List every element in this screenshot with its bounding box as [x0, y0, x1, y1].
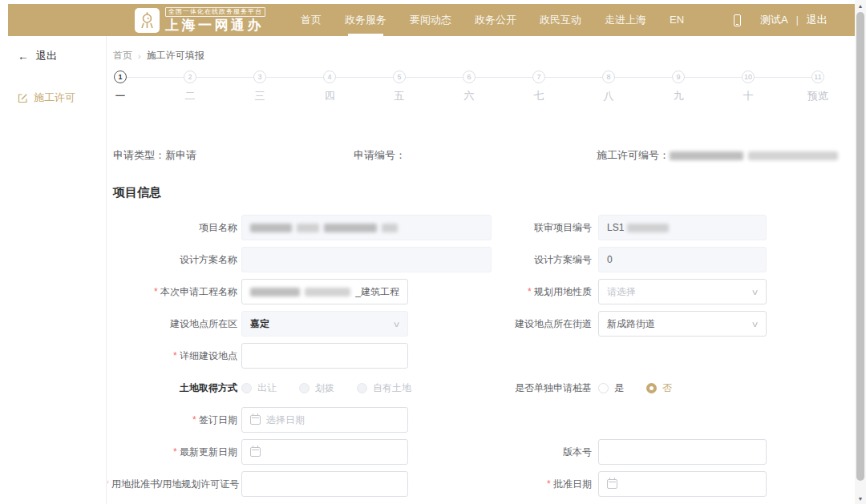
user-name[interactable]: 测试A [760, 13, 788, 27]
pile-alone-label: 是否单独申请桩基 [414, 372, 592, 404]
stepper-step-10[interactable]: 10 十 [742, 71, 811, 103]
scrollbar: ▲ ▼ [855, 0, 866, 504]
form-row: 建设地点所在区 嘉定 ∨ 建设地点所在街道 新成路街道 ∨ [113, 308, 855, 340]
nav-item-3[interactable]: 政务公开 [475, 4, 516, 36]
radio-label: 自有土地 [373, 381, 411, 395]
step-connector [545, 77, 602, 78]
nav-item-5[interactable]: 走进上海 [605, 4, 646, 36]
land-acquire-label: 土地取得方式 [107, 372, 237, 404]
stepper-step-8[interactable]: 8 八 [602, 71, 672, 103]
nav-item-4[interactable]: 政民互动 [540, 4, 581, 36]
approve-date-picker[interactable] [598, 471, 767, 497]
step-circle[interactable]: 1 [114, 71, 127, 83]
pile-alone-radio-group: 是 否 [598, 372, 672, 404]
stepper-step-3[interactable]: 3 三 [253, 71, 323, 103]
sidebar-back-label: 退出 [36, 49, 57, 63]
detail-address-input[interactable] [241, 343, 408, 369]
update-date-picker[interactable] [241, 439, 408, 465]
calendar-icon [607, 479, 617, 489]
step-number: 11 [814, 73, 821, 81]
form-row: 用地批准书/用地规划许可证号 批准日期 [113, 468, 855, 500]
design-plan-no-label: 设计方案编号 [414, 244, 592, 276]
street-label: 建设地点所在街道 [414, 308, 592, 340]
radio-label: 出让 [257, 381, 277, 395]
land-permit-no-input[interactable] [241, 471, 408, 497]
step-circle[interactable]: 11 [811, 71, 824, 83]
work-name-label: 本次申请工程名称 [107, 276, 237, 308]
mobile-phone-icon[interactable] [734, 14, 741, 26]
radio-icon [357, 383, 367, 393]
step-circle[interactable]: 10 [742, 71, 755, 83]
district-select: 嘉定 ∨ [241, 311, 408, 337]
design-plan-name-label: 设计方案名称 [107, 244, 237, 276]
calendar-icon [250, 447, 261, 457]
detail-address-label: 详细建设地点 [107, 340, 237, 372]
joint-review-no-label: 联审项目编号 [414, 212, 592, 244]
brand-title: 上海一网通办 [165, 18, 265, 33]
step-circle[interactable]: 8 [602, 71, 615, 83]
step-circle[interactable]: 7 [532, 71, 545, 83]
joint-review-no-input: LS1 [598, 215, 767, 240]
step-connector [127, 77, 184, 78]
sidebar-item-label: 施工许可 [34, 91, 75, 105]
sidebar-back-button[interactable]: ← 退出 [18, 49, 106, 63]
user-area: 测试A | 退出 [734, 13, 828, 27]
breadcrumb-home[interactable]: 首页 [113, 49, 132, 62]
scrollbar-thumb[interactable] [856, 12, 864, 481]
permit-no: 施工许可编号： [597, 148, 843, 163]
radio-icon [241, 383, 252, 393]
chevron-down-icon: ∨ [751, 288, 759, 296]
stepper-step-1[interactable]: 1 一 [114, 71, 184, 103]
radio-zi-you-tu-di: 自有土地 [357, 381, 411, 395]
nav-item-2[interactable]: 要闻动态 [410, 4, 451, 36]
work-name-input[interactable]: _建筑工程 [241, 279, 408, 304]
step-circle[interactable]: 2 [184, 71, 196, 83]
nav-item-0[interactable]: 首页 [301, 4, 322, 36]
brand-logo[interactable]: 全国一体化在线政务服务平台 上海一网通办 [135, 7, 265, 33]
stepper-step-2[interactable]: 2 二 [184, 71, 253, 103]
stepper-step-11[interactable]: 11 预览 [811, 71, 824, 103]
radio-yes[interactable]: 是 [598, 381, 624, 395]
top-nav: 首页政务服务要闻动态政务公开政民互动走进上海EN [301, 4, 684, 36]
sign-date-picker[interactable]: 选择日期 [241, 407, 408, 433]
stepper-step-7[interactable]: 7 七 [532, 71, 602, 103]
step-label: 二 [184, 89, 196, 103]
sidebar-item-construction-permit[interactable]: 施工许可 [18, 91, 106, 105]
apply-no-label: 申请编号： [354, 148, 406, 163]
approve-date-label: 批准日期 [414, 468, 592, 500]
step-circle[interactable]: 5 [393, 71, 406, 83]
street-select[interactable]: 新成路街道 ∨ [598, 311, 767, 337]
land-acquire-radio-group: 出让 划拨 自有土地 [241, 372, 411, 404]
district-label: 建设地点所在区 [107, 308, 237, 340]
project-name-label: 项目名称 [107, 212, 237, 244]
radio-no[interactable]: 否 [646, 381, 672, 395]
stepper-step-5[interactable]: 5 五 [393, 71, 463, 103]
project-info-form: 项目名称 联审项目编号 LS1 设计方案名称 设计方案编号 0 [113, 212, 855, 500]
land-use-nature-select[interactable]: 请选择 ∨ [598, 279, 767, 304]
step-label: 预览 [811, 89, 824, 103]
step-circle[interactable]: 6 [463, 71, 475, 83]
version-no-input[interactable] [598, 439, 767, 465]
version-no-label: 版本号 [414, 436, 592, 468]
logout-link[interactable]: 退出 [807, 13, 828, 27]
form-row: 土地取得方式 出让 划拨 自有土地 是否单独申请桩基 [113, 372, 855, 404]
step-circle[interactable]: 9 [672, 71, 685, 83]
step-circle[interactable]: 4 [323, 71, 336, 83]
stepper-step-9[interactable]: 9 九 [672, 71, 742, 103]
radio-chu-rang: 出让 [241, 381, 277, 395]
nav-item-1[interactable]: 政务服务 [345, 4, 386, 36]
step-label: 九 [672, 89, 685, 103]
step-number: 8 [606, 73, 610, 81]
stepper-step-4[interactable]: 4 四 [323, 71, 393, 103]
scrollbar-up-arrow[interactable]: ▲ [855, 0, 866, 11]
section-title-project-info: 项目信息 [113, 185, 855, 200]
step-number: 6 [467, 73, 471, 81]
nav-item-6[interactable]: EN [670, 4, 684, 36]
step-circle[interactable]: 3 [253, 71, 266, 83]
step-label: 八 [602, 89, 615, 103]
step-connector [406, 77, 463, 78]
step-number: 4 [327, 73, 331, 81]
design-plan-no-value: 0 [607, 254, 613, 265]
stepper-step-6[interactable]: 6 六 [463, 71, 532, 103]
scrollbar-down-arrow[interactable]: ▼ [855, 493, 866, 504]
